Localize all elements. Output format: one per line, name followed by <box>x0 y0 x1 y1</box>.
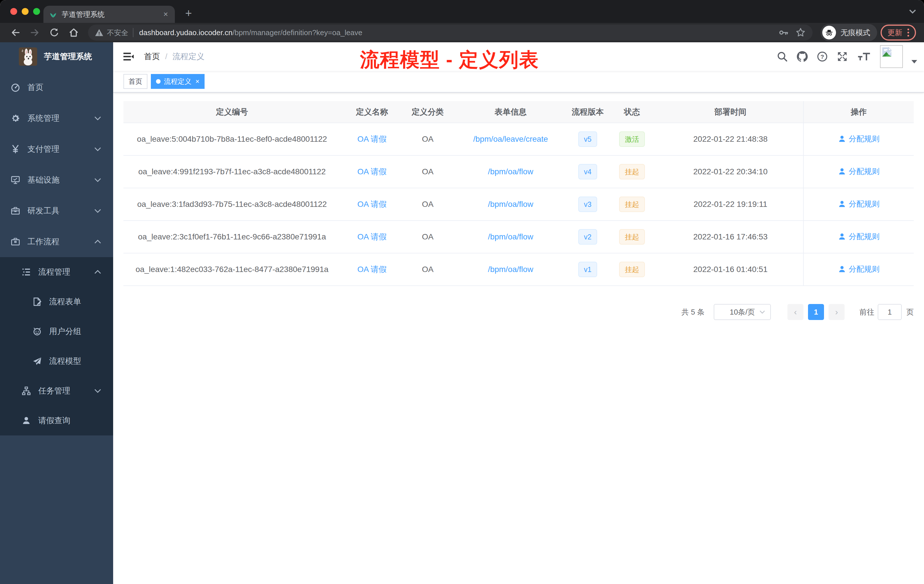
user-icon <box>22 416 31 425</box>
form-info-link[interactable]: /bpm/oa/flow <box>488 232 533 241</box>
sidebar-item-process-form[interactable]: 流程表单 <box>0 287 113 317</box>
security-label[interactable]: 不安全 <box>107 28 128 38</box>
font-size-icon[interactable] <box>856 51 871 62</box>
back-icon[interactable] <box>7 25 23 41</box>
sidebar-item-infrastructure[interactable]: 基础设施 <box>0 165 113 195</box>
tag-close-icon[interactable]: × <box>195 78 200 85</box>
incognito-icon <box>822 26 836 40</box>
help-icon[interactable]: ? <box>817 51 828 62</box>
address-bar[interactable]: 不安全 dashboard.yudao.iocoder.cn/bpm/manag… <box>88 25 813 41</box>
forward-icon[interactable] <box>27 25 43 41</box>
assign-rule-link[interactable]: 分配规则 <box>838 199 880 209</box>
chevron-down-icon <box>94 116 101 120</box>
table-row: oa_leave:3:1fad3d93-7b75-11ec-a3c8-acde4… <box>124 188 914 221</box>
user-icon <box>838 200 846 208</box>
tag-process-definition[interactable]: 流程定义 × <box>151 74 205 89</box>
key-icon[interactable] <box>778 27 789 38</box>
user-icon <box>838 167 846 175</box>
sidebar-item-label: 研发工具 <box>27 205 59 216</box>
sidebar-item-process-model[interactable]: 流程模型 <box>0 346 113 376</box>
svg-text:?: ? <box>820 53 824 60</box>
definition-name-link[interactable]: OA 请假 <box>357 135 387 144</box>
chevron-down-icon <box>94 209 101 213</box>
zoom-window-button[interactable] <box>33 8 40 15</box>
dropdown-caret-icon[interactable] <box>911 60 917 63</box>
logo-row[interactable]: 芋道管理系统 <box>0 42 113 71</box>
sidebar-item-home[interactable]: 首页 <box>0 72 113 103</box>
deploy-time: 2022-01-22 20:34:10 <box>693 167 768 176</box>
close-window-button[interactable] <box>10 8 17 15</box>
reload-icon[interactable] <box>46 25 62 41</box>
page-size-select[interactable]: 10条/页 <box>714 304 771 320</box>
breadcrumb-home[interactable]: 首页 <box>144 51 160 62</box>
sidebar-item-leave-query[interactable]: 请假查询 <box>0 406 113 436</box>
prev-page-button[interactable]: ‹ <box>787 304 804 320</box>
url-text[interactable]: dashboard.yudao.iocoder.cn/bpm/manager/d… <box>139 28 772 37</box>
definition-name-link[interactable]: OA 请假 <box>357 200 387 209</box>
hamburger-icon[interactable] <box>123 51 134 62</box>
assign-rule-link[interactable]: 分配规则 <box>838 264 880 274</box>
deploy-time: 2022-01-22 21:48:38 <box>693 135 768 144</box>
goto-page-input[interactable] <box>878 304 902 320</box>
table-row: oa_leave:5:004b710b-7b8a-11ec-8ef0-acde4… <box>124 123 914 155</box>
definition-category: OA <box>422 135 434 144</box>
breadcrumb-separator: / <box>165 52 167 61</box>
table-row: oa_leave:2:3c1f0ef1-76b1-11ec-9c66-a2380… <box>124 221 914 253</box>
search-icon[interactable] <box>777 51 788 62</box>
form-info-link[interactable]: /bpm/oa/flow <box>488 167 533 176</box>
definition-name-link[interactable]: OA 请假 <box>357 167 387 176</box>
task-tree-icon <box>22 386 31 396</box>
send-icon <box>33 356 42 366</box>
avatar-broken-image[interactable] <box>880 45 903 68</box>
definition-category: OA <box>422 232 434 241</box>
sidebar-item-label: 工作流程 <box>27 236 59 247</box>
traffic-lights <box>10 8 40 15</box>
definition-id: oa_leave:2:3c1f0ef1-76b1-11ec-9c66-a2380… <box>138 232 326 241</box>
sidebar-item-user-group[interactable]: 用户分组 <box>0 317 113 346</box>
bookmark-star-icon[interactable] <box>795 27 806 38</box>
definition-name-link[interactable]: OA 请假 <box>357 232 387 241</box>
sidebar-item-system-management[interactable]: 系统管理 <box>0 103 113 134</box>
tab-close-icon[interactable]: × <box>162 10 169 19</box>
col-deploy-time: 部署时间 <box>658 101 804 123</box>
deploy-time: 2022-01-16 01:40:51 <box>693 265 768 274</box>
app-title: 芋道管理系统 <box>44 51 92 62</box>
form-info-link[interactable]: /bpm/oa/leave/create <box>473 135 548 144</box>
form-info-link[interactable]: /bpm/oa/flow <box>488 200 533 209</box>
page-1-button[interactable]: 1 <box>808 304 824 320</box>
gear-icon <box>11 114 20 123</box>
fullscreen-icon[interactable] <box>837 51 848 62</box>
sidebar: 芋道管理系统 首页系统管理支付管理基础设施研发工具工作流程流程管理流程表单用户分… <box>0 42 113 584</box>
sidebar-menu: 首页系统管理支付管理基础设施研发工具工作流程流程管理流程表单用户分组流程模型任务… <box>0 72 113 436</box>
warning-icon[interactable] <box>95 28 104 36</box>
tab-search-caret-icon[interactable] <box>909 9 916 14</box>
monitor-icon <box>11 175 20 185</box>
form-info-link[interactable]: /bpm/oa/flow <box>488 265 533 274</box>
sidebar-item-label: 流程模型 <box>49 356 81 366</box>
favicon-plant-icon <box>49 10 57 18</box>
version-tag: v2 <box>578 229 597 244</box>
breadcrumb: 首页 / 流程定义 <box>144 51 205 62</box>
assign-rule-link[interactable]: 分配规则 <box>838 134 880 144</box>
assign-rule-link[interactable]: 分配规则 <box>838 231 880 242</box>
kebab-menu-icon[interactable] <box>908 28 909 36</box>
sidebar-item-task-management[interactable]: 任务管理 <box>0 376 113 406</box>
tag-home[interactable]: 首页 <box>124 74 147 89</box>
user-icon <box>838 135 846 143</box>
definition-name-link[interactable]: OA 请假 <box>357 265 387 274</box>
github-icon[interactable] <box>797 51 808 62</box>
update-button[interactable]: 更新 <box>881 25 916 41</box>
divider <box>133 28 134 37</box>
minimize-window-button[interactable] <box>22 8 28 15</box>
sidebar-item-dev-tools[interactable]: 研发工具 <box>0 195 113 226</box>
browser-toolbar: 不安全 dashboard.yudao.iocoder.cn/bpm/manag… <box>0 23 924 42</box>
next-page-button[interactable]: › <box>828 304 845 320</box>
browser-tab[interactable]: 芋道管理系统 × <box>43 6 175 23</box>
sidebar-item-workflow[interactable]: 工作流程 <box>0 226 113 257</box>
sidebar-item-payment-management[interactable]: 支付管理 <box>0 134 113 165</box>
sidebar-item-process-management[interactable]: 流程管理 <box>0 257 113 287</box>
assign-rule-link[interactable]: 分配规则 <box>838 166 880 177</box>
active-dot <box>156 79 160 84</box>
home-icon[interactable] <box>66 25 82 41</box>
new-tab-button[interactable]: + <box>181 5 196 21</box>
